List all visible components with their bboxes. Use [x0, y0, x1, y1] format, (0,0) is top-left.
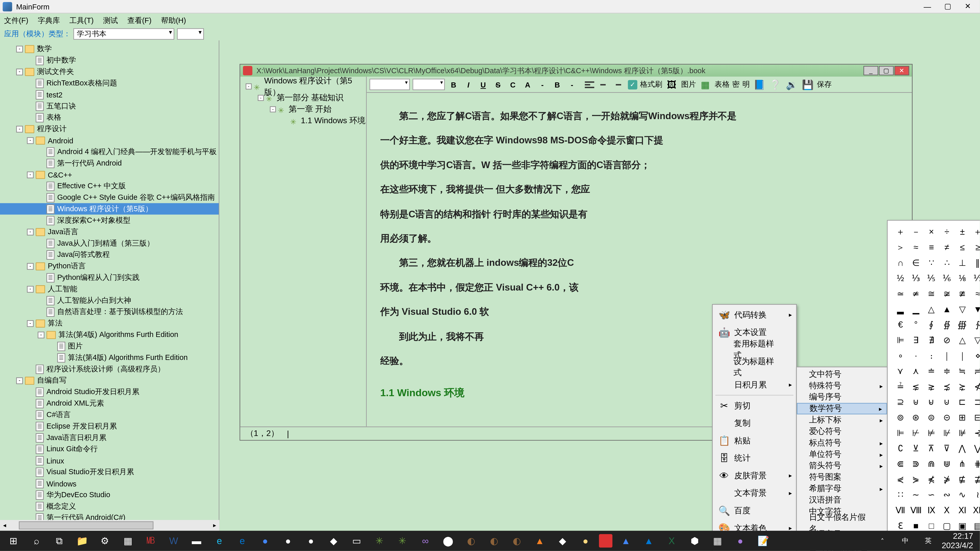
- start-button[interactable]: ⊞: [4, 533, 23, 549]
- italic-button[interactable]: I: [463, 78, 474, 90]
- expand-icon[interactable]: -: [38, 331, 45, 338]
- context-menu-item[interactable]: 汉语拼音: [797, 494, 887, 506]
- symbol-cell[interactable]: ⋄: [970, 348, 980, 363]
- app-icon[interactable]: ●: [731, 533, 750, 549]
- symbol-cell[interactable]: ⊏: [955, 395, 970, 410]
- symbol-cell[interactable]: ⊌: [924, 395, 939, 410]
- symbol-cell[interactable]: ∩: [893, 256, 908, 270]
- ime-icon[interactable]: 英: [919, 533, 938, 549]
- symbol-cell[interactable]: ⊚: [893, 410, 908, 425]
- symbol-cell[interactable]: ∾: [939, 488, 954, 503]
- app-icon[interactable]: ✳: [370, 533, 389, 549]
- underline-button[interactable]: U: [477, 78, 489, 90]
- app-icon[interactable]: [599, 534, 612, 548]
- symbol-cell[interactable]: ⊮: [939, 426, 954, 441]
- symbol-cell[interactable]: €: [893, 318, 908, 332]
- tree-node[interactable]: Java问答式教程: [0, 249, 219, 260]
- symbol-cell[interactable]: ≀: [970, 488, 980, 503]
- c-button[interactable]: C: [507, 78, 519, 90]
- context-menu-item[interactable]: 🗄统计: [713, 449, 796, 467]
- minimize-button[interactable]: —: [918, 1, 937, 12]
- align-left[interactable]: [584, 79, 595, 90]
- word-icon[interactable]: W: [164, 533, 183, 549]
- symbol-cell[interactable]: ×: [924, 225, 939, 240]
- a-button[interactable]: A: [522, 78, 534, 90]
- image-icon[interactable]: 🖼: [665, 78, 678, 90]
- context-menu-item[interactable]: 📋粘贴: [713, 432, 796, 449]
- context-menu-item[interactable]: 🦋代码转换: [713, 306, 796, 324]
- app-icon[interactable]: ▲: [616, 533, 635, 549]
- format-painter[interactable]: 格式刷: [640, 79, 662, 89]
- symbol-cell[interactable]: ⋔: [955, 457, 970, 472]
- symbol-cell[interactable]: ⊬: [908, 426, 923, 441]
- symbol-cell[interactable]: ∮: [924, 318, 939, 332]
- tree-node[interactable]: -人工智能: [0, 283, 219, 295]
- symbol-cell[interactable]: ⋑: [908, 457, 923, 472]
- vs-icon[interactable]: ∞: [416, 533, 435, 549]
- context-menu-item[interactable]: ✂剪切: [713, 397, 796, 414]
- app-icon[interactable]: ▦: [118, 533, 137, 549]
- insert-image[interactable]: 图片: [681, 79, 696, 89]
- context-menu-item[interactable]: 爱心符号: [797, 426, 887, 437]
- app-icon[interactable]: ▭: [347, 533, 366, 549]
- tree-node[interactable]: Linux Git命令行: [0, 443, 219, 455]
- book-outline-tree[interactable]: -Windows 程序设计（第5版）-第一部分 基础知识-第一章 开始1.1 W…: [240, 77, 367, 427]
- symbol-cell[interactable]: ⅛: [955, 271, 970, 286]
- tree-node[interactable]: -Java语言: [0, 226, 219, 238]
- symbol-cell[interactable]: Ⅶ: [893, 503, 908, 518]
- scroll-thumb[interactable]: [19, 521, 153, 530]
- symbol-cell[interactable]: ∯: [939, 318, 954, 332]
- align-center[interactable]: [597, 79, 609, 90]
- menu-file[interactable]: 文件(F): [4, 15, 28, 25]
- symbol-cell[interactable]: ≤: [955, 240, 970, 255]
- menu-dict[interactable]: 字典库: [38, 15, 60, 25]
- context-menu-item[interactable]: 日文平假名片假名: [797, 517, 887, 529]
- app-icon[interactable]: ◆: [325, 533, 343, 549]
- expand-icon[interactable]: -: [16, 45, 23, 52]
- symbol-cell[interactable]: Ⅻ: [970, 503, 980, 518]
- symbol-cell[interactable]: ։: [924, 348, 939, 363]
- symbol-cell[interactable]: ⅐: [970, 271, 980, 286]
- symbol-cell[interactable]: ⋞: [893, 472, 908, 487]
- book-blue-icon[interactable]: 📘: [752, 78, 766, 90]
- symbol-cell[interactable]: ≃: [893, 286, 908, 301]
- expand-icon[interactable]: -: [16, 125, 23, 132]
- app-icon[interactable]: ▲: [639, 533, 658, 549]
- context-menu-item[interactable]: 标点符号: [797, 437, 887, 449]
- symbol-cell[interactable]: ⋀: [955, 441, 970, 456]
- context-menu-insert[interactable]: 文中符号特殊符号编号序号数学符号上标下标爱心符号标点符号单位符号箭头符号符号图案…: [796, 367, 888, 551]
- context-menu-item[interactable]: 上标下标: [797, 414, 887, 426]
- symbol-cell[interactable]: ⋨: [939, 380, 954, 394]
- context-menu-main[interactable]: 🦋代码转换🤖文本设置套用标题样式设为标题样式日积月累✂剪切复制📋粘贴🗄统计👁皮肤…: [712, 304, 797, 551]
- ie-icon[interactable]: e: [210, 533, 229, 549]
- symbol-cell[interactable]: ⋢: [955, 472, 970, 487]
- tree-node[interactable]: Google C++ Style Guide 谷歌 C++编码风格指南: [0, 192, 219, 203]
- symbol-cell[interactable]: ⊟: [970, 410, 980, 425]
- dash2-button[interactable]: -: [566, 78, 578, 90]
- symbol-cell[interactable]: ▲: [939, 302, 954, 317]
- symbol-cell[interactable]: ⅓: [908, 271, 923, 286]
- tree-node[interactable]: Java从入门到精通（第三版）: [0, 238, 219, 249]
- symbol-cell[interactable]: ½: [893, 271, 908, 286]
- tray-chevron-icon[interactable]: ˄: [873, 533, 892, 549]
- book-close[interactable]: ✕: [894, 66, 909, 75]
- symbol-cell[interactable]: ⋣: [970, 472, 980, 487]
- plain-button[interactable]: 明: [742, 79, 750, 89]
- symbol-cell[interactable]: ∃: [908, 333, 923, 348]
- tree-node[interactable]: 华为DevEco Studio: [0, 489, 219, 500]
- apptype-select-2[interactable]: [177, 28, 204, 39]
- search-icon[interactable]: ⌕: [27, 533, 46, 549]
- symbol-cell[interactable]: ⊭: [924, 426, 939, 441]
- check-icon[interactable]: ✓: [628, 79, 637, 89]
- tree-node[interactable]: 深度探索C++对象模型: [0, 214, 219, 226]
- symbol-cell[interactable]: ÷: [939, 225, 954, 240]
- scroll-right-arrow[interactable]: ▸: [210, 521, 220, 530]
- tree-node[interactable]: Effective C++ 中文版: [0, 180, 219, 192]
- expand-icon[interactable]: -: [16, 68, 23, 75]
- symbol-cell[interactable]: ∵: [924, 256, 939, 270]
- symbol-cell[interactable]: ＞: [893, 240, 908, 255]
- symbol-cell[interactable]: ∁: [893, 441, 908, 456]
- symbol-cell[interactable]: ≠: [939, 240, 954, 255]
- context-menu-item[interactable]: 🔍百度: [713, 502, 796, 519]
- symbol-cell[interactable]: ⊍: [939, 395, 954, 410]
